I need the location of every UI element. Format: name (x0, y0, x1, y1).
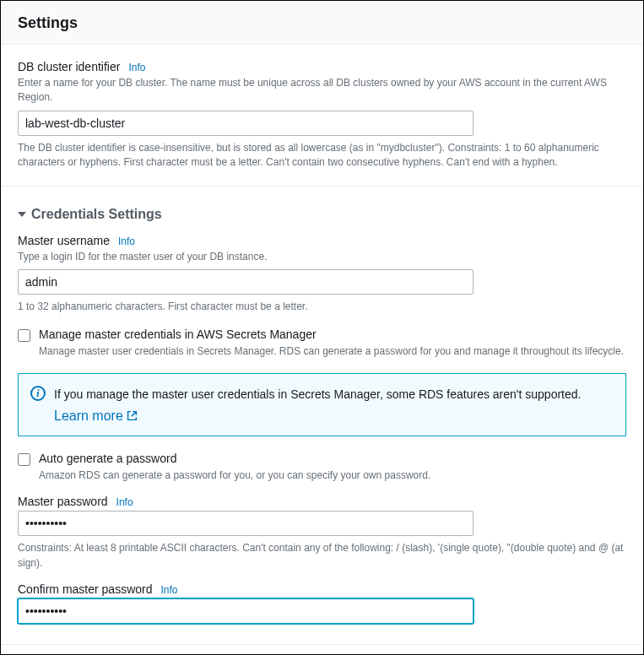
username-input[interactable] (18, 269, 474, 295)
password-constraint: Constraints: At least 8 printable ASCII … (18, 541, 626, 571)
divider (1, 186, 643, 187)
auto-generate-desc: Amazon RDS can generate a password for y… (39, 469, 430, 481)
confirm-password-input[interactable] (18, 598, 474, 624)
info-icon: i (30, 386, 46, 401)
panel-title: Settings (18, 14, 626, 32)
secrets-manager-label: Manage master credentials in AWS Secrets… (39, 328, 626, 341)
username-label-row: Master username Info (18, 234, 626, 247)
auto-generate-checkbox[interactable] (18, 453, 30, 466)
cluster-id-info-link[interactable]: Info (128, 62, 145, 73)
username-info-link[interactable]: Info (118, 235, 135, 247)
confirm-password-field: Confirm master password Info (18, 582, 626, 624)
credentials-section-toggle[interactable]: Credentials Settings (18, 207, 626, 222)
cluster-id-label: DB cluster identifier (18, 60, 120, 73)
learn-more-text: Learn more (54, 409, 123, 424)
password-label-row: Master password Info (18, 495, 626, 508)
secrets-manager-row: Manage master credentials in AWS Secrets… (18, 328, 626, 359)
password-label: Master password (18, 495, 108, 508)
cluster-id-input[interactable] (18, 111, 474, 136)
info-box-content: If you manage the master user credential… (54, 386, 581, 424)
external-link-icon (127, 410, 138, 421)
username-field: Master username Info Type a login ID for… (18, 234, 626, 315)
cluster-id-constraint: The DB cluster identifier is case-insens… (18, 141, 626, 171)
confirm-password-label: Confirm master password (18, 582, 153, 596)
cluster-id-desc: Enter a name for your DB cluster. The na… (18, 76, 626, 106)
cluster-id-label-row: DB cluster identifier Info (18, 60, 626, 73)
secrets-manager-content: Manage master credentials in AWS Secrets… (39, 328, 626, 359)
username-desc: Type a login ID for the master user of y… (18, 250, 626, 264)
panel-header: Settings (1, 1, 643, 45)
auto-generate-row: Auto generate a password Amazon RDS can … (18, 452, 626, 483)
secrets-manager-checkbox[interactable] (18, 329, 30, 342)
auto-generate-content: Auto generate a password Amazon RDS can … (39, 452, 626, 483)
learn-more-link[interactable]: Learn more (54, 409, 138, 424)
cluster-id-field: DB cluster identifier Info Enter a name … (18, 60, 626, 171)
settings-panel: Settings DB cluster identifier Info Ente… (1, 1, 643, 645)
password-field: Master password Info Constraints: At lea… (18, 495, 626, 571)
confirm-password-label-row: Confirm master password Info (18, 582, 626, 596)
password-input[interactable] (18, 511, 474, 536)
confirm-password-info-link[interactable]: Info (161, 584, 178, 596)
username-label: Master username (18, 234, 110, 247)
secrets-manager-desc: Manage master user credentials in Secret… (39, 345, 624, 357)
credentials-section-title: Credentials Settings (31, 207, 162, 222)
caret-down-icon (18, 212, 26, 217)
password-info-link[interactable]: Info (116, 496, 133, 508)
auto-generate-label: Auto generate a password (39, 452, 626, 465)
panel-body: DB cluster identifier Info Enter a name … (1, 45, 643, 644)
info-box-text: If you manage the master user credential… (54, 386, 581, 403)
username-constraint: 1 to 32 alphanumeric characters. First c… (18, 300, 626, 314)
info-box: i If you manage the master user credenti… (18, 373, 626, 436)
